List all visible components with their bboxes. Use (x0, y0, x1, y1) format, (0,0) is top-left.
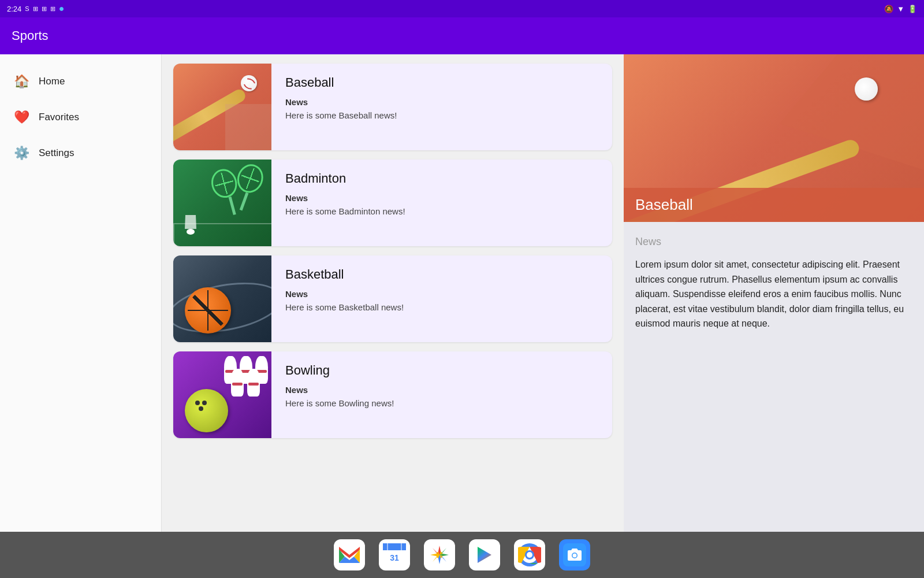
pin4-icon (231, 369, 244, 397)
sports-list[interactable]: Baseball News Here is some Baseball news… (162, 54, 624, 532)
status-time: 2:24 (7, 5, 21, 13)
app-bar: Sports (0, 17, 924, 54)
baseball-card[interactable]: Baseball News Here is some Baseball news… (173, 64, 612, 150)
bowling-image (173, 351, 271, 438)
wifi-icon: ▼ (897, 5, 904, 13)
svg-point-18 (573, 554, 577, 558)
baseball-news-text: Here is some Baseball news! (285, 110, 397, 120)
bowling-news-label: News (285, 385, 394, 395)
bowling-news-text: Here is some Bowling news! (285, 398, 394, 408)
sidebar-item-home[interactable]: 🏠 Home (0, 64, 161, 99)
decor-shape (225, 104, 271, 150)
detail-title: Baseball (635, 196, 693, 213)
gmail-dock-icon[interactable] (334, 539, 365, 570)
gear-icon: ⚙️ (14, 146, 29, 161)
detail-content: News Lorem ipsum dolor sit amet, consect… (624, 222, 924, 532)
basketball-card[interactable]: Basketball News Here is some Basketball … (173, 255, 612, 342)
svg-text:31: 31 (390, 553, 399, 562)
bowling-ball-icon (185, 389, 228, 432)
playstore-dock-icon[interactable] (469, 539, 500, 570)
baseball-image (173, 64, 271, 150)
badminton-title: Badminton (285, 171, 405, 186)
bell-mute-icon: 🔕 (884, 5, 893, 13)
sidebar: 🏠 Home ❤️ Favorites ⚙️ Settings (0, 54, 162, 532)
detail-ball-icon (855, 77, 878, 101)
svg-point-15 (527, 552, 532, 558)
detail-news-text: Lorem ipsum dolor sit amet, consectetur … (635, 257, 912, 331)
basketball-news-label: News (285, 289, 404, 299)
baseball-title: Baseball (285, 75, 397, 90)
badminton-card[interactable]: Badminton News Here is some Badminton ne… (173, 160, 612, 246)
badminton-image (173, 160, 271, 246)
sidebar-home-label: Home (39, 76, 65, 87)
calendar-dock-icon[interactable]: 31 (379, 539, 410, 570)
camera-dock-icon[interactable] (559, 539, 590, 570)
battery-icon: 🔋 (908, 5, 917, 13)
badminton-news-text: Here is some Badminton news! (285, 206, 405, 216)
status-right: 🔕 ▼ 🔋 (884, 5, 917, 13)
status-bar: 2:24 S ⊞ ⊞ ⊞ ● 🔕 ▼ 🔋 (0, 0, 924, 17)
home-icon: 🏠 (14, 74, 29, 89)
basketball-ball-icon (185, 287, 231, 334)
sidebar-item-settings[interactable]: ⚙️ Settings (0, 135, 161, 171)
baseball-news-label: News (285, 97, 397, 107)
detail-title-overlay: Baseball (624, 188, 924, 222)
bowling-content: Bowling News Here is some Bowling news! (271, 351, 408, 438)
bottom-dock: 31 (0, 532, 924, 578)
bowling-title: Bowling (285, 363, 394, 378)
svg-rect-6 (383, 543, 406, 550)
basketball-content: Basketball News Here is some Basketball … (271, 255, 418, 342)
status-left: 2:24 S ⊞ ⊞ ⊞ ● (7, 3, 64, 14)
sidebar-settings-label: Settings (39, 147, 74, 159)
detail-panel: Baseball News Lorem ipsum dolor sit amet… (624, 54, 924, 532)
basketball-news-text: Here is some Basketball news! (285, 302, 404, 312)
badminton-news-label: News (285, 193, 405, 203)
bowling-card[interactable]: Bowling News Here is some Bowling news! (173, 351, 612, 438)
status-grid1-icon: ⊞ (33, 5, 38, 13)
status-s-icon: S (25, 5, 29, 12)
baseball-content: Baseball News Here is some Baseball news… (271, 64, 411, 150)
detail-image: Baseball (624, 54, 924, 222)
ball-icon (241, 75, 257, 91)
heart-icon: ❤️ (14, 110, 29, 125)
photos-dock-icon[interactable] (424, 539, 455, 570)
status-grid3-icon: ⊞ (50, 5, 55, 13)
main-content: 🏠 Home ❤️ Favorites ⚙️ Settings (0, 54, 924, 532)
detail-news-label: News (635, 236, 912, 248)
status-grid2-icon: ⊞ (42, 5, 47, 13)
badminton-content: Badminton News Here is some Badminton ne… (271, 160, 419, 246)
pin5-icon (247, 369, 260, 397)
court-lines (173, 223, 271, 246)
sidebar-favorites-label: Favorites (39, 112, 79, 123)
basketball-image (173, 255, 271, 342)
sidebar-item-favorites[interactable]: ❤️ Favorites (0, 99, 161, 135)
app-title: Sports (12, 28, 49, 43)
basketball-title: Basketball (285, 267, 404, 282)
chrome-dock-icon[interactable] (514, 539, 545, 570)
status-dot-icon: ● (59, 3, 65, 14)
